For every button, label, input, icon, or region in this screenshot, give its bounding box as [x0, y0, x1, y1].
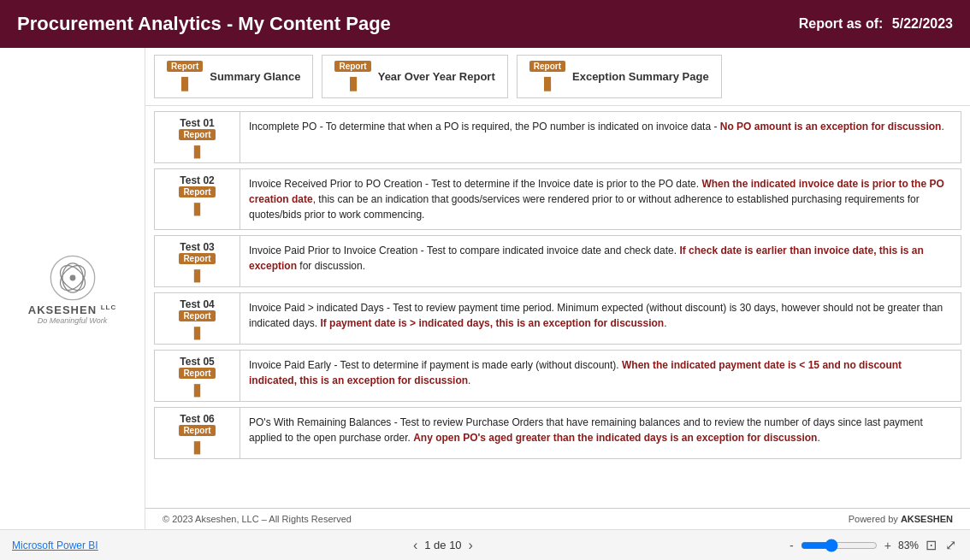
- zoom-out-button[interactable]: -: [788, 539, 796, 552]
- page-next-button[interactable]: ›: [469, 538, 473, 553]
- report-badge-3: Report: [529, 61, 565, 72]
- page-header: Procurement Analytics - My Content Page …: [0, 0, 970, 48]
- test-bookmark-icon[interactable]: ▮: [192, 199, 202, 216]
- nav-summary-glance[interactable]: Report ▮ Summary Glance: [154, 55, 313, 98]
- logo-area: AKSESHEN LLC Do Meaningful Work: [0, 48, 145, 529]
- nav-card-badge-col: Report ▮: [167, 61, 203, 92]
- page-prev-button[interactable]: ‹: [413, 538, 417, 553]
- powered-by: Powered by AKSESHEN: [849, 514, 953, 524]
- page-title: Procurement Analytics - My Content Page: [17, 13, 391, 35]
- test-label: Test 05 Report ▮: [155, 351, 240, 401]
- logo-tagline: Do Meaningful Work: [38, 316, 108, 325]
- test-row: Test 05 Report ▮ Invoice Paid Early - Te…: [154, 350, 961, 402]
- test-bookmark-icon[interactable]: ▮: [192, 380, 202, 398]
- report-badge-1: Report: [167, 61, 203, 72]
- nav-row: Report ▮ Summary Glance Report ▮ Year Ov…: [145, 48, 970, 106]
- bookmark-icon-1: ▮: [180, 74, 190, 92]
- test-label: Test 04 Report ▮: [155, 293, 240, 344]
- test-bookmark-icon[interactable]: ▮: [192, 323, 202, 340]
- test-row: Test 01 Report ▮ Incomplete PO - To dete…: [154, 111, 961, 163]
- test-label: Test 02 Report ▮: [155, 169, 240, 229]
- nav-label-2: Year Over Year Report: [378, 70, 495, 83]
- test-description: Invoice Paid Early - Test to determine i…: [240, 351, 961, 401]
- test-bookmark-icon[interactable]: ▮: [192, 438, 202, 455]
- content-row: AKSESHEN LLC Do Meaningful Work Report ▮…: [0, 48, 970, 529]
- test-report-badge[interactable]: Report: [179, 310, 215, 321]
- copyright-text: © 2023 Akseshen, LLC – All Rights Reserv…: [163, 514, 352, 524]
- zoom-area: - + 83% ⊡ ⤢: [788, 537, 958, 553]
- fit-page-button[interactable]: ⊡: [924, 537, 938, 553]
- test-row: Test 06 Report ▮ PO's With Remaining Bal…: [154, 407, 961, 459]
- test-description: PO's With Remaining Balances - Test to r…: [240, 408, 961, 458]
- nav-label-1: Summary Glance: [210, 70, 300, 83]
- bookmark-icon-2: ▮: [348, 74, 358, 92]
- test-description: Incomplete PO - To determine that when a…: [240, 112, 961, 162]
- nav-card-badge-col-2: Report ▮: [334, 61, 370, 92]
- test-id: Test 05: [180, 356, 214, 368]
- main-content: Report ▮ Summary Glance Report ▮ Year Ov…: [145, 48, 970, 529]
- test-label: Test 06 Report ▮: [155, 408, 240, 458]
- report-date: Report as of: 5/22/2023: [794, 16, 953, 32]
- test-report-badge[interactable]: Report: [179, 186, 215, 197]
- zoom-slider[interactable]: [801, 539, 878, 552]
- tests-container: Test 01 Report ▮ Incomplete PO - To dete…: [154, 111, 961, 459]
- test-label: Test 01 Report ▮: [155, 112, 240, 162]
- test-report-badge[interactable]: Report: [179, 425, 215, 436]
- test-report-badge[interactable]: Report: [179, 129, 215, 140]
- test-id: Test 02: [180, 174, 214, 186]
- test-report-badge[interactable]: Report: [179, 368, 215, 379]
- nav-card-badge-col-3: Report ▮: [529, 61, 565, 92]
- nav-year-over-year[interactable]: Report ▮ Year Over Year Report: [322, 55, 507, 98]
- test-bookmark-icon[interactable]: ▮: [192, 266, 202, 283]
- test-report-badge[interactable]: Report: [179, 253, 215, 264]
- logo-company: AKSESHEN LLC: [28, 304, 116, 316]
- test-label: Test 03 Report ▮: [155, 236, 240, 286]
- test-row: Test 02 Report ▮ Invoice Received Prior …: [154, 168, 961, 230]
- zoom-percent: 83%: [898, 539, 919, 551]
- zoom-in-button[interactable]: +: [883, 539, 893, 552]
- fullscreen-button[interactable]: ⤢: [943, 537, 958, 553]
- page-info: 1 de 10: [424, 539, 461, 551]
- test-id: Test 04: [180, 298, 214, 310]
- bottom-bar: Microsoft Power BI ‹ 1 de 10 › - + 83% ⊡…: [0, 529, 970, 560]
- test-description: Invoice Received Prior to PO Creation - …: [240, 169, 961, 229]
- svg-point-4: [69, 274, 75, 280]
- page-footer: © 2023 Akseshen, LLC – All Rights Reserv…: [145, 508, 970, 529]
- test-id: Test 06: [180, 413, 214, 425]
- page-nav: ‹ 1 de 10 ›: [413, 538, 473, 553]
- tests-area: Test 01 Report ▮ Incomplete PO - To dete…: [145, 106, 970, 508]
- nav-exception-summary[interactable]: Report ▮ Exception Summary Page: [517, 55, 722, 98]
- test-id: Test 01: [180, 117, 214, 129]
- test-id: Test 03: [180, 241, 214, 253]
- test-description: Invoice Paid Prior to Invoice Creation -…: [240, 236, 961, 286]
- test-description: Invoice Paid > indicated Days - Test to …: [240, 293, 961, 344]
- power-bi-link[interactable]: Microsoft Power BI: [12, 539, 98, 551]
- logo-icon: [43, 252, 103, 304]
- test-row: Test 04 Report ▮ Invoice Paid > indicate…: [154, 292, 961, 345]
- test-row: Test 03 Report ▮ Invoice Paid Prior to I…: [154, 235, 961, 287]
- test-bookmark-icon[interactable]: ▮: [192, 142, 202, 159]
- report-badge-2: Report: [334, 61, 370, 72]
- nav-label-3: Exception Summary Page: [572, 70, 709, 83]
- bookmark-icon-3: ▮: [542, 74, 553, 92]
